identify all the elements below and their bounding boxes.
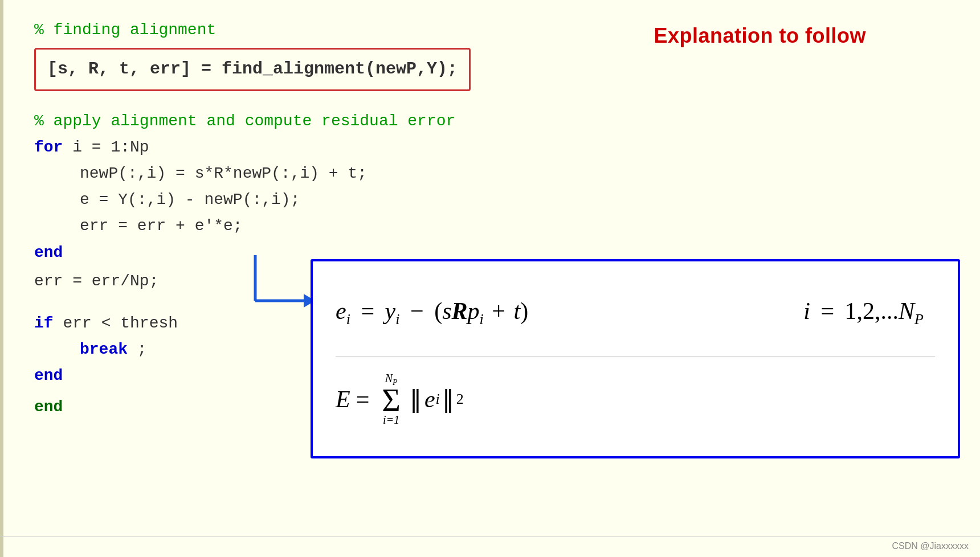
highlight-code-line: [s, R, t, err] = find_alignment(newP,Y);	[47, 55, 458, 84]
formula-ei: ei = yi − (sRpi + t)	[336, 297, 528, 328]
keyword-break: break	[80, 341, 128, 358]
highlight-box: [s, R, t, err] = find_alignment(newP,Y);	[34, 48, 471, 91]
keyword-end3: end	[34, 398, 63, 416]
line-err-accum: err = err + e'*e;	[34, 213, 604, 239]
math-row2: E = NP Σ i=1 ‖ ei ‖ 2	[336, 359, 935, 445]
comment-apply-alignment: % apply alignment and compute residual e…	[34, 108, 604, 134]
for-line: for i = 1:Np	[34, 134, 604, 161]
main-container: Explanation to follow % finding alignmen…	[0, 0, 980, 557]
keyword-for: for	[34, 138, 63, 156]
for-body: i = 1:Np	[72, 138, 149, 156]
math-box: ei = yi − (sRpi + t) i = 1,2,...NP E =	[311, 259, 960, 458]
break-semi: ;	[137, 341, 147, 358]
keyword-end1: end	[34, 244, 63, 261]
formula-range: i = 1,2,...NP	[803, 297, 924, 328]
line-newp: newP(:,i) = s*R*newP(:,i) + t;	[34, 161, 604, 187]
math-row1: ei = yi − (sRpi + t) i = 1,2,...NP	[336, 273, 935, 353]
bottom-line	[0, 536, 980, 537]
keyword-end2: end	[34, 367, 63, 384]
comment-finding-alignment: % finding alignment	[34, 17, 604, 43]
math-divider	[336, 356, 935, 357]
if-condition: err < thresh	[63, 314, 178, 332]
keyword-if: if	[34, 314, 54, 332]
footer-watermark: CSDN @Jiaxxxxxx	[892, 541, 969, 551]
arrow-svg	[244, 255, 318, 318]
line-e: e = Y(:,i) - newP(:,i);	[34, 187, 604, 213]
explanation-label: Explanation to follow	[654, 24, 867, 48]
formula-E: E = NP Σ i=1 ‖ ei ‖ 2	[336, 372, 464, 427]
left-accent	[0, 0, 3, 557]
